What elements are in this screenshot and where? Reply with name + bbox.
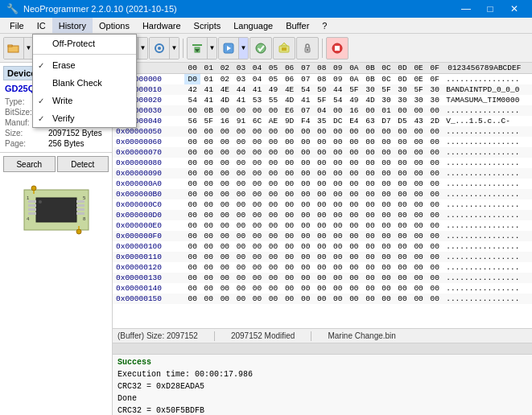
- hex-byte[interactable]: 03: [233, 74, 249, 85]
- hex-byte[interactable]: 00: [346, 220, 362, 231]
- menu-language[interactable]: Language: [227, 18, 279, 33]
- hex-byte[interactable]: 00: [298, 210, 314, 220]
- hex-byte[interactable]: 00: [217, 273, 233, 283]
- hex-byte[interactable]: 00: [378, 262, 394, 273]
- hex-byte[interactable]: 00: [346, 262, 362, 273]
- dropdown-write[interactable]: ✓ Write: [33, 92, 136, 109]
- hex-byte[interactable]: 00: [233, 210, 249, 220]
- hex-byte[interactable]: 00: [378, 147, 394, 158]
- hex-byte[interactable]: 00: [184, 231, 200, 241]
- hex-byte[interactable]: 00: [346, 273, 362, 283]
- hex-byte[interactable]: 00: [200, 179, 217, 189]
- hex-byte[interactable]: 00: [266, 199, 282, 210]
- hex-byte[interactable]: 00: [330, 179, 346, 189]
- hex-byte[interactable]: 00: [217, 231, 233, 241]
- hex-byte[interactable]: 00: [362, 241, 378, 252]
- hex-byte[interactable]: 00: [362, 220, 378, 231]
- hex-byte[interactable]: 00: [346, 241, 362, 252]
- hex-byte[interactable]: 00: [282, 179, 298, 189]
- hex-byte[interactable]: 00: [427, 179, 443, 189]
- hex-byte[interactable]: 00: [378, 158, 394, 168]
- hex-byte[interactable]: 00: [200, 283, 217, 294]
- detect-dropdown-arrow[interactable]: ▼: [169, 38, 179, 59]
- hex-byte[interactable]: 00: [314, 294, 330, 304]
- hex-byte[interactable]: 02: [217, 74, 233, 85]
- hex-byte[interactable]: 00: [184, 158, 200, 168]
- hex-byte[interactable]: 56: [184, 116, 200, 126]
- hex-byte[interactable]: 00: [233, 189, 249, 199]
- hex-byte[interactable]: 00: [200, 210, 217, 220]
- hex-byte[interactable]: 41: [298, 95, 314, 105]
- protect-button[interactable]: [296, 37, 319, 60]
- hex-byte[interactable]: 00: [249, 283, 265, 294]
- hex-byte[interactable]: 00: [314, 189, 330, 199]
- hex-byte[interactable]: 54: [298, 84, 314, 95]
- hex-byte[interactable]: 00: [410, 168, 427, 179]
- hex-byte[interactable]: 00: [346, 252, 362, 262]
- hex-byte[interactable]: 00: [249, 158, 265, 168]
- hex-byte[interactable]: 00: [330, 294, 346, 304]
- hex-byte[interactable]: 00: [346, 199, 362, 210]
- hex-byte[interactable]: 00: [266, 179, 282, 189]
- hex-byte[interactable]: 0D: [394, 74, 410, 85]
- hex-byte[interactable]: 00: [330, 199, 346, 210]
- hex-byte[interactable]: 00: [394, 189, 410, 199]
- hex-byte[interactable]: 00: [200, 262, 217, 273]
- hex-byte[interactable]: 00: [200, 126, 217, 137]
- hex-byte[interactable]: 00: [346, 158, 362, 168]
- hex-byte[interactable]: 30: [394, 95, 410, 105]
- hex-byte[interactable]: 00: [217, 262, 233, 273]
- hex-byte[interactable]: 00: [217, 283, 233, 294]
- hex-byte[interactable]: 00: [266, 252, 282, 262]
- hex-byte[interactable]: 00: [427, 147, 443, 158]
- hex-byte[interactable]: 00: [233, 241, 249, 252]
- hex-byte[interactable]: 00: [427, 252, 443, 262]
- dropdown-erase[interactable]: ✓ Erase: [33, 56, 136, 74]
- hex-byte[interactable]: 00: [410, 241, 427, 252]
- hex-byte[interactable]: 00: [266, 147, 282, 158]
- hex-byte[interactable]: 2D: [427, 116, 443, 126]
- hex-byte[interactable]: 00: [427, 220, 443, 231]
- hex-byte[interactable]: 00: [266, 294, 282, 304]
- hex-byte[interactable]: 00: [298, 179, 314, 189]
- info-dropdown-arrow[interactable]: ▼: [138, 38, 147, 59]
- hex-byte[interactable]: 44: [330, 84, 346, 95]
- hex-byte[interactable]: 00: [184, 283, 200, 294]
- menu-scripts[interactable]: Scripts: [188, 18, 228, 33]
- hex-byte[interactable]: 00: [217, 210, 233, 220]
- hex-byte[interactable]: 00: [346, 231, 362, 241]
- hex-byte[interactable]: 00: [266, 137, 282, 147]
- hex-byte[interactable]: 00: [266, 105, 282, 116]
- hex-byte[interactable]: 00: [298, 273, 314, 283]
- hex-byte[interactable]: 00: [298, 283, 314, 294]
- hex-byte[interactable]: 00: [217, 241, 233, 252]
- hex-byte[interactable]: 00: [217, 220, 233, 231]
- hex-byte[interactable]: 00: [362, 252, 378, 262]
- hex-byte[interactable]: 00: [298, 168, 314, 179]
- hex-byte[interactable]: 00: [266, 231, 282, 241]
- hex-byte[interactable]: 00: [249, 199, 265, 210]
- hex-byte[interactable]: 00: [200, 199, 217, 210]
- hex-byte[interactable]: 00: [362, 210, 378, 220]
- hex-byte[interactable]: 00: [410, 126, 427, 137]
- hex-table-container[interactable]: 00 01 02 03 04 05 06 07 08 09 0A 0B: [113, 63, 532, 328]
- hex-byte[interactable]: F4: [298, 116, 314, 126]
- hex-byte[interactable]: 00: [184, 199, 200, 210]
- hex-byte[interactable]: 4E: [282, 84, 298, 95]
- hex-byte[interactable]: 00: [378, 294, 394, 304]
- verify-button[interactable]: [250, 37, 272, 60]
- hex-byte[interactable]: 00: [184, 273, 200, 283]
- hex-byte[interactable]: 00: [346, 147, 362, 158]
- hex-byte[interactable]: 00: [378, 179, 394, 189]
- hex-byte[interactable]: 53: [249, 95, 265, 105]
- hex-byte[interactable]: 00: [330, 220, 346, 231]
- hex-byte[interactable]: 00: [184, 210, 200, 220]
- hex-byte[interactable]: 5F: [200, 116, 217, 126]
- hex-byte[interactable]: 00: [427, 168, 443, 179]
- menu-history[interactable]: History: [52, 18, 93, 33]
- open-button-split[interactable]: ▼: [3, 37, 34, 60]
- hex-byte[interactable]: 00: [330, 168, 346, 179]
- hex-byte[interactable]: 00: [346, 189, 362, 199]
- hex-byte[interactable]: D0: [184, 74, 200, 85]
- hex-byte[interactable]: 00: [249, 168, 265, 179]
